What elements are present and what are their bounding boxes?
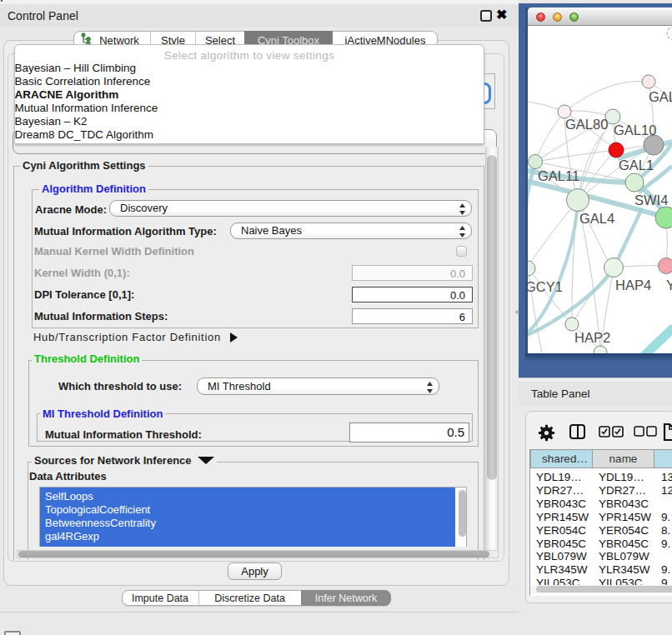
svg-text:Y: Y — [666, 278, 672, 292]
svg-text:GAL: GAL — [649, 89, 672, 104]
svg-text:SWI4: SWI4 — [634, 192, 668, 208]
svg-text:GAL11: GAL11 — [538, 168, 579, 183]
svg-text:GAL4: GAL4 — [579, 211, 614, 226]
svg-text:HAP2: HAP2 — [574, 330, 610, 345]
svg-text:GAL80: GAL80 — [565, 117, 608, 132]
svg-text:GAL10: GAL10 — [614, 122, 656, 138]
svg-text:HAP4: HAP4 — [615, 278, 651, 292]
svg-text:GCY1: GCY1 — [528, 279, 563, 294]
svg-text:GAL1: GAL1 — [619, 158, 654, 172]
